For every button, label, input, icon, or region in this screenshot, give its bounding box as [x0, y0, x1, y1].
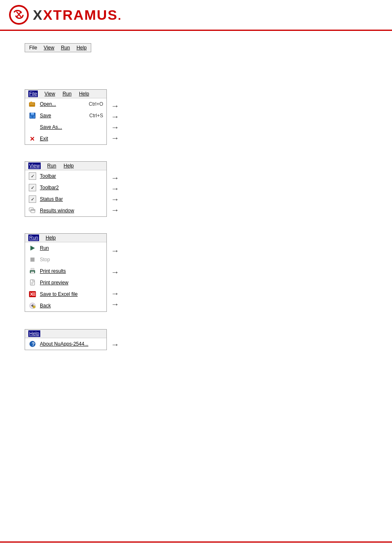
menu-header-file[interactable]: File: [28, 91, 38, 97]
run-excel-label: Save to Excel file: [40, 291, 103, 297]
logo: XXTRAMUS.: [8, 4, 122, 26]
run-icon: [28, 244, 37, 252]
brand-name: XXTRAMUS.: [33, 7, 122, 23]
file-menu-wrapper: File View Run Help Open... Ctrl+O: [25, 89, 367, 145]
main-content: File View Run Help File View Run Help: [0, 31, 392, 379]
file-saveas-label: Save As...: [40, 124, 103, 130]
file-menu-section: File View Run Help Open... Ctrl+O: [25, 89, 367, 145]
run-excel-arrow: →: [111, 289, 119, 298]
file-save-shortcut: Ctrl+S: [89, 113, 103, 118]
help-menu-section: Help ? About NuApps-2544... →: [25, 328, 367, 351]
svg-rect-7: [31, 116, 34, 118]
menu-header-view[interactable]: View: [44, 91, 56, 97]
svg-rect-13: [30, 258, 35, 262]
run-preview-item[interactable]: Print preview: [25, 277, 106, 288]
file-exit-arrow: →: [111, 133, 119, 144]
run-menu-section: Run Help Run Stop: [25, 233, 367, 312]
view-menu-section: View Run Help ✓ Toolbar ✓ Toolbar2: [25, 161, 367, 217]
file-save-arrow: →: [111, 111, 119, 122]
run-back-item[interactable]: A Back: [25, 300, 106, 311]
view-toolbar2-item[interactable]: ✓ Toolbar2: [25, 182, 106, 193]
svg-rect-11: [31, 209, 35, 211]
svg-rect-3: [30, 104, 34, 104]
file-saveas-item[interactable]: Save As...: [25, 121, 106, 133]
run-menu-panel: Run Help Run Stop: [25, 233, 107, 312]
help-about-item[interactable]: ? About NuApps-2544...: [25, 338, 106, 350]
run-print-arrow: →: [111, 267, 119, 277]
run-menu-header: Run Help: [25, 234, 106, 242]
help-menu-wrapper: Help ? About NuApps-2544... →: [25, 328, 367, 351]
svg-marker-12: [30, 246, 35, 251]
menu-header-run2[interactable]: Run: [46, 163, 57, 169]
bottom-red-line: [0, 541, 392, 543]
view-menu-panel: View Run Help ✓ Toolbar ✓ Toolbar2: [25, 161, 107, 217]
logo-icon: [8, 4, 30, 26]
run-menu-wrapper: Run Help Run Stop: [25, 233, 367, 312]
view-results-arrow: →: [111, 205, 119, 215]
file-saveas-arrow: →: [111, 122, 119, 133]
help-about-arrow: →: [111, 340, 119, 349]
run-back-arrow: →: [111, 300, 119, 309]
run-stop-label: Stop: [40, 257, 103, 262]
run-run-item[interactable]: Run: [25, 242, 106, 254]
run-stop-item[interactable]: Stop: [25, 254, 106, 265]
check-icon-toolbar: ✓: [28, 172, 37, 180]
check-icon-statusbar: ✓: [28, 195, 37, 203]
view-toolbar-item[interactable]: ✓ Toolbar: [25, 170, 106, 182]
file-open-label: Open...: [40, 101, 77, 107]
run-back-label: Back: [40, 303, 103, 309]
run-preview-label: Print preview: [40, 280, 103, 286]
view-toolbar2-arrow: →: [111, 184, 119, 193]
menu-header-view2[interactable]: View: [28, 163, 41, 169]
help-menu-panel: Help ? About NuApps-2544...: [25, 329, 107, 350]
stop-icon: [28, 255, 37, 264]
run-print-label: Print results: [40, 268, 103, 274]
view-results-label: Results window: [40, 208, 103, 214]
open-folder-icon: [28, 100, 37, 108]
view-arrows: → → → →: [111, 162, 119, 216]
svg-rect-18: [31, 273, 33, 273]
menu-header-help2[interactable]: Help: [63, 163, 75, 169]
back-icon: A: [28, 302, 37, 310]
file-menu-header: File View Run Help: [25, 90, 106, 98]
simple-menubar[interactable]: File View Run Help: [25, 43, 91, 52]
menubar-file[interactable]: File: [28, 44, 38, 51]
simple-menubar-section: File View Run Help: [25, 43, 367, 69]
svg-rect-25: [32, 293, 35, 293]
file-open-shortcut: Ctrl+O: [89, 101, 103, 107]
file-save-label: Save: [40, 113, 78, 118]
file-menu-panel: File View Run Help Open... Ctrl+O: [25, 89, 107, 145]
file-save-item[interactable]: Save Ctrl+S: [25, 110, 106, 121]
print-icon: [28, 267, 37, 275]
menu-header-help[interactable]: Help: [78, 91, 90, 97]
menu-header-help4[interactable]: Help: [28, 330, 40, 337]
run-excel-item[interactable]: X Save to Excel file: [25, 288, 106, 300]
save-icon: [28, 111, 37, 120]
menubar-help[interactable]: Help: [76, 44, 88, 51]
svg-text:?: ?: [32, 341, 35, 347]
help-about-label: About NuApps-2544...: [40, 341, 103, 347]
svg-rect-2: [29, 102, 35, 107]
svg-rect-20: [31, 282, 34, 283]
run-arrows: → → → → → →: [111, 235, 119, 311]
menu-header-help3[interactable]: Help: [45, 235, 57, 241]
file-exit-item[interactable]: ✕ Exit: [25, 133, 106, 144]
view-results-item[interactable]: Results window: [25, 205, 106, 216]
view-statusbar-label: Status Bar: [40, 196, 103, 202]
svg-rect-22: [31, 284, 33, 284]
run-print-item[interactable]: Print results: [25, 265, 106, 277]
svg-rect-5: [31, 113, 34, 115]
view-toolbar-label: Toolbar: [40, 173, 103, 179]
view-statusbar-item[interactable]: ✓ Status Bar: [25, 193, 106, 205]
menubar-run[interactable]: Run: [60, 44, 71, 51]
preview-icon: [28, 279, 37, 287]
exit-icon: ✕: [28, 135, 37, 143]
help-about-icon: ?: [28, 340, 37, 348]
file-open-item[interactable]: Open... Ctrl+O: [25, 98, 106, 110]
menu-header-run[interactable]: Run: [62, 91, 72, 97]
menubar-view[interactable]: View: [43, 44, 55, 51]
saveas-icon: [28, 123, 37, 131]
menu-header-run3[interactable]: Run: [28, 235, 39, 241]
svg-rect-17: [31, 272, 34, 272]
help-menu-header: Help: [25, 330, 106, 338]
